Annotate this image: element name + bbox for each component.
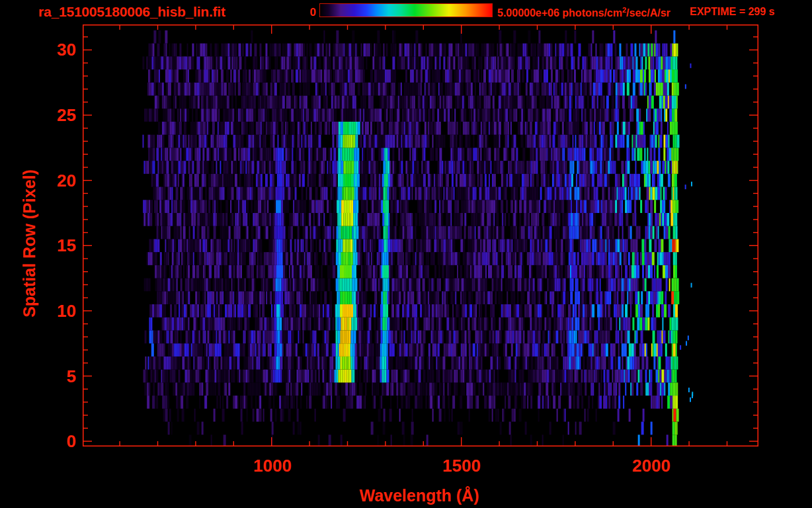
y-tick-label: 10 bbox=[26, 302, 76, 319]
colorbar-max-label: 5.00000e+06 photons/cm2/sec/A/sr bbox=[497, 6, 670, 19]
colorbar-min-label: 0 bbox=[296, 6, 316, 19]
colorbar-max-value: 5.00000e+06 photons/cm bbox=[497, 7, 622, 19]
colorbar bbox=[319, 3, 493, 17]
x-tick-label: 1000 bbox=[239, 457, 305, 474]
y-tick-label: 25 bbox=[26, 106, 76, 124]
exptime-label: EXPTIME = 299 s bbox=[690, 6, 775, 18]
colorbar-gradient bbox=[320, 4, 492, 17]
y-tick-label: 0 bbox=[26, 433, 76, 450]
plot-title: ra_151005180006_hisb_lin.fit bbox=[38, 4, 225, 20]
y-tick-label: 15 bbox=[26, 237, 76, 254]
plot-frame bbox=[83, 24, 758, 446]
y-tick-label: 5 bbox=[26, 368, 76, 385]
x-tick-label: 2000 bbox=[618, 457, 684, 474]
x-axis-title: Wavelength (Å) bbox=[359, 486, 479, 505]
plot-window: ra_151005180006_hisb_lin.fit 0 5.00000e+… bbox=[0, 0, 812, 508]
spectrogram-heatmap bbox=[83, 24, 758, 446]
y-tick-label: 30 bbox=[26, 41, 76, 58]
x-tick-label: 1500 bbox=[428, 457, 495, 474]
colorbar-max-units: /sec/A/sr bbox=[626, 7, 670, 19]
y-tick-label: 20 bbox=[26, 172, 76, 189]
